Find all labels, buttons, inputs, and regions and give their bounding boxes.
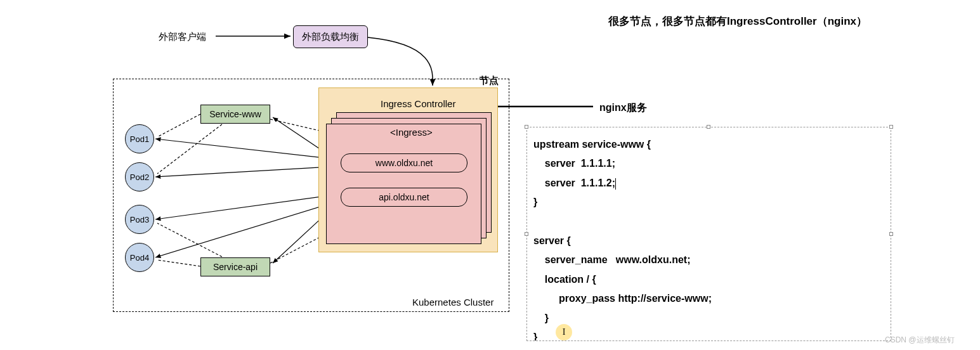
route-api-box: api.oldxu.net: [341, 188, 467, 207]
client-label: 外部客户端: [159, 31, 206, 43]
ingress-title: <Ingress>: [390, 127, 433, 138]
code-line: location / {: [533, 274, 596, 285]
code-line: proxy_pass http://service-www;: [533, 293, 712, 304]
cluster-label: Kubernetes Cluster: [412, 297, 493, 308]
ingress-stack-card: [326, 124, 481, 244]
pod2-label: Pod2: [130, 172, 149, 182]
selection-handle-icon[interactable]: [889, 232, 893, 236]
route-www-box: www.oldxu.net: [341, 153, 467, 172]
route-www-label: www.oldxu.net: [376, 158, 433, 168]
service-www-box: Service-www: [200, 105, 270, 124]
ingress-controller-label: Ingress Controller: [381, 98, 455, 109]
code-line: }: [533, 197, 537, 207]
pod2: Pod2: [125, 162, 154, 191]
code-line: server 1.1.1.1;: [533, 158, 615, 169]
load-balancer-label: 外部负载均衡: [302, 31, 359, 43]
pod1: Pod1: [125, 124, 154, 153]
code-line: }: [533, 313, 549, 323]
top-note: 很多节点，很多节点都有IngressController（nginx）: [608, 14, 867, 29]
nginx-config-code[interactable]: upstream service-www { server 1.1.1.1; s…: [526, 127, 891, 341]
load-balancer-box: 外部负载均衡: [293, 25, 368, 48]
pod3: Pod3: [125, 205, 154, 234]
code-line: upstream service-www {: [533, 139, 651, 150]
service-api-label: Service-api: [213, 262, 258, 272]
selection-handle-icon[interactable]: [707, 125, 710, 129]
code-line: }: [533, 332, 537, 341]
nginx-service-label: nginx服务: [599, 101, 647, 115]
node-label: 节点: [480, 75, 499, 87]
pod4-label: Pod4: [130, 253, 149, 262]
pod1-label: Pod1: [130, 134, 149, 144]
mouse-cursor-icon: I: [556, 324, 572, 340]
pod3-label: Pod3: [130, 215, 149, 224]
service-www-label: Service-www: [209, 109, 261, 119]
watermark: CSDN @运维螺丝钉: [885, 335, 955, 346]
pod4: Pod4: [125, 243, 154, 272]
code-line: server_name www.oldxu.net;: [533, 254, 690, 265]
service-api-box: Service-api: [200, 257, 270, 276]
code-line: server {: [533, 235, 571, 246]
selection-handle-icon[interactable]: [525, 125, 528, 129]
text-cursor-icon: [615, 178, 616, 190]
selection-handle-icon[interactable]: [889, 125, 893, 129]
code-line: server 1.1.1.2;: [533, 178, 615, 188]
route-api-label: api.oldxu.net: [379, 192, 429, 202]
selection-handle-icon[interactable]: [525, 232, 528, 236]
